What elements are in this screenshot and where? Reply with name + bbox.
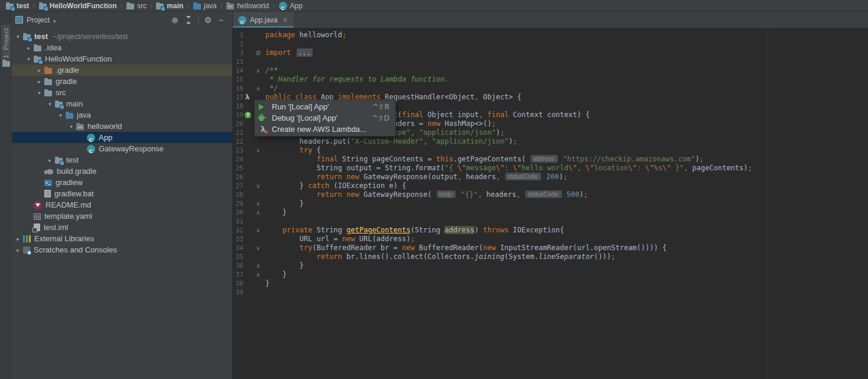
tree-row-external-libraries[interactable]: ▸External Libraries: [12, 233, 232, 244]
chevron-expanded-icon[interactable]: ▾: [45, 101, 55, 107]
breadcrumb-item-src[interactable]: src: [125, 0, 148, 12]
code-line-23[interactable]: 23∨ try {: [233, 146, 868, 155]
code-text: String output = String.format("{ \"messa…: [265, 164, 752, 172]
tree-row-gradlew[interactable]: gradlew: [12, 177, 232, 188]
code-line-1[interactable]: 1package helloworld;: [233, 31, 868, 40]
close-icon[interactable]: ×: [282, 16, 288, 24]
tree-row-test-iml[interactable]: test.iml: [12, 222, 232, 233]
tree-row-readme-md[interactable]: README.md: [12, 199, 232, 210]
breadcrumb-item-main[interactable]: main: [155, 0, 184, 12]
tree-row-build-gradle[interactable]: build.gradle: [12, 166, 232, 177]
tree-row-helloworld[interactable]: ▾helloworld: [12, 121, 232, 132]
chevron-collapsed-icon[interactable]: ▸: [13, 247, 23, 253]
breadcrumb-item-java[interactable]: java: [192, 0, 218, 12]
fold-marker-icon[interactable]: ∨: [255, 182, 262, 190]
code-line-37[interactable]: 37∧ }: [233, 270, 868, 279]
breadcrumb-item-test[interactable]: test: [5, 0, 30, 12]
code-area[interactable]: 1package helloworld;23⊞import ...1314∨/*…: [233, 28, 868, 297]
tree-row-idea[interactable]: ▸.idea: [12, 42, 232, 53]
tree-row-helloworldfunction[interactable]: ▾HelloWorldFunction: [12, 53, 232, 64]
fold-marker-icon[interactable]: ∨: [255, 226, 262, 235]
locate-icon[interactable]: [168, 15, 181, 25]
tab-app-java[interactable]: App.java ×: [233, 12, 294, 28]
code-line-22[interactable]: 22 headers.put("X-Custom-Header", "appli…: [233, 137, 868, 146]
code-line-31[interactable]: 31: [233, 217, 868, 226]
tree-row-gatewayresponse[interactable]: GatewayResponse: [12, 143, 232, 154]
code-line-34[interactable]: 34∨ try(BufferedReader br = new Buffered…: [233, 244, 868, 252]
chevron-collapsed-icon[interactable]: ▸: [34, 67, 44, 73]
chevron-expanded-icon[interactable]: ▾: [66, 124, 76, 129]
fold-expand-icon[interactable]: ⊞: [255, 48, 262, 57]
fold-marker-icon[interactable]: ∧: [255, 270, 262, 279]
breadcrumb-item-app[interactable]: App: [278, 0, 304, 12]
code-line-30[interactable]: 30∧ }: [233, 208, 868, 217]
package-icon: [226, 4, 234, 9]
chevron-collapsed-icon[interactable]: ▸: [45, 157, 55, 163]
chevron-expanded-icon[interactable]: ▾: [34, 90, 44, 96]
code-line-29[interactable]: 29∧ }: [233, 199, 868, 208]
tree-row-java[interactable]: ▾java: [12, 109, 232, 121]
fold-marker-icon[interactable]: ∧: [255, 84, 262, 93]
tree-row-app[interactable]: App: [12, 132, 232, 143]
gear-icon[interactable]: [201, 15, 214, 25]
tree-row-gradle[interactable]: ▸gradle: [12, 76, 232, 87]
breadcrumb-label: java: [204, 2, 217, 10]
code-line-36[interactable]: 36∧ }: [233, 261, 868, 270]
code-line-27[interactable]: 27∨ } catch (IOException e) {: [233, 182, 868, 190]
tree-row-main[interactable]: ▾main: [12, 98, 232, 109]
fold-marker-icon[interactable]: ∨: [255, 146, 262, 155]
tree-item-path: ~/project/serverless/test: [53, 33, 128, 41]
fold-marker-icon[interactable]: ∨: [255, 66, 262, 75]
code-text: }: [265, 261, 304, 270]
tool-window-button-project[interactable]: 1: Project: [1, 25, 11, 60]
run-lambda-gutter-icon[interactable]: λ: [245, 93, 250, 102]
menu-item-create-new-aws-lambda[interactable]: λCreate new AWS Lambda...: [255, 124, 395, 135]
chevron-collapsed-icon[interactable]: ▸: [13, 236, 23, 242]
implements-gutter-icon[interactable]: ↑: [245, 112, 251, 118]
tree-item-label: .idea: [45, 43, 61, 52]
tree-row-scratches-and-consoles[interactable]: ▸Scratches and Consoles: [12, 244, 232, 255]
line-number: 17: [233, 93, 243, 102]
tree-row-template-yaml[interactable]: template.yaml: [12, 210, 232, 222]
menu-item-run-local-app[interactable]: Run '[Local] App'^⇧R: [255, 101, 395, 112]
fold-marker-icon[interactable]: ∧: [255, 199, 262, 208]
chevron-collapsed-icon[interactable]: ▸: [34, 79, 44, 85]
chevron-collapsed-icon[interactable]: ▸: [24, 45, 34, 51]
breadcrumb-item-helloworld[interactable]: helloworld: [225, 0, 270, 12]
tree-row-gradlew-bat[interactable]: gradlew.bat: [12, 188, 232, 199]
code-line-33[interactable]: 33 URL url = new URL(address);: [233, 235, 868, 244]
chevron-expanded-icon[interactable]: ▾: [24, 56, 34, 62]
code-line-15[interactable]: 15 * Handler for requests to Lambda func…: [233, 75, 868, 84]
fold-marker-icon[interactable]: ∧: [255, 208, 262, 217]
code-line-14[interactable]: 14∨/**: [233, 66, 868, 75]
folder-java-icon: [193, 4, 201, 9]
code-line-28[interactable]: 28 return new GatewayResponse( body: "{}…: [233, 190, 868, 199]
code-line-32[interactable]: 32∨ private String getPageContents(Strin…: [233, 226, 868, 235]
code-line-13[interactable]: 13: [233, 57, 868, 66]
code-line-35[interactable]: 35 return br.lines().collect(Collectors.…: [233, 252, 868, 261]
code-line-39[interactable]: 39: [233, 288, 868, 297]
code-line-26[interactable]: 26 return new GatewayResponse(output, he…: [233, 173, 868, 182]
tree-row-gradle[interactable]: ▸.gradle: [12, 64, 232, 76]
code-line-16[interactable]: 16∧ */: [233, 84, 868, 93]
collapse-all-icon[interactable]: [184, 16, 192, 24]
hide-icon[interactable]: [214, 15, 227, 25]
breadcrumb-item-helloworldfunction[interactable]: HelloWorldFunction: [38, 0, 118, 12]
line-number: 36: [233, 261, 243, 270]
code-line-24[interactable]: 24 final String pageContents = this.getP…: [233, 155, 868, 164]
menu-item-debug-local-app[interactable]: Debug '[Local] App'^⇧D: [255, 112, 395, 124]
code-line-3[interactable]: 3⊞import ...: [233, 48, 868, 57]
chevron-expanded-icon[interactable]: ▾: [56, 112, 66, 118]
code-line-2[interactable]: 2: [233, 40, 868, 48]
project-view-selector[interactable]: Project: [27, 16, 50, 24]
tree-row-test[interactable]: ▸test: [12, 154, 232, 166]
fold-marker-icon[interactable]: ∨: [255, 244, 262, 252]
tree-row-test[interactable]: ▾test~/project/serverless/test: [12, 31, 232, 42]
chevron-down-icon[interactable]: [53, 15, 56, 25]
code-line-25[interactable]: 25 String output = String.format("{ \"me…: [233, 164, 868, 173]
menu-item-label: Create new AWS Lambda...: [272, 125, 383, 134]
code-line-38[interactable]: 38}: [233, 279, 868, 288]
fold-marker-icon[interactable]: ∧: [255, 261, 262, 270]
chevron-expanded-icon[interactable]: ▾: [13, 34, 23, 40]
tree-row-src[interactable]: ▾src: [12, 87, 232, 98]
